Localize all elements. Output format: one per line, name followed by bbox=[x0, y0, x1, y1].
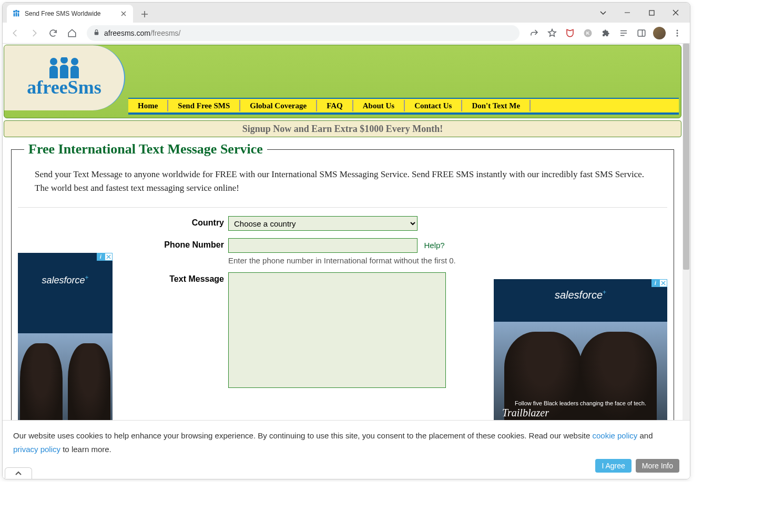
message-label: Text Message bbox=[139, 272, 228, 284]
logo-text: afreeSms bbox=[27, 76, 101, 98]
svg-rect-4 bbox=[95, 32, 99, 35]
browser-title-bar: Send Free SMS Worldwide bbox=[3, 3, 690, 23]
svg-rect-7 bbox=[638, 30, 645, 36]
ad-right-caption: Follow five Black leaders changing the f… bbox=[494, 400, 667, 406]
nav-contact-us[interactable]: Contact Us bbox=[405, 100, 462, 111]
privacy-policy-link[interactable]: privacy policy bbox=[13, 445, 60, 454]
profile-avatar[interactable] bbox=[651, 25, 668, 42]
svg-point-2 bbox=[17, 11, 19, 13]
ad-info-icon[interactable]: i bbox=[97, 253, 105, 261]
cookie-agree-button[interactable]: I Agree bbox=[595, 459, 631, 473]
tab-close-icon[interactable] bbox=[119, 9, 128, 18]
ad-right-brand: salesforce+ bbox=[494, 279, 667, 301]
ad-right[interactable]: i salesforce+ Follow five Black leaders … bbox=[494, 279, 667, 421]
nav-faq[interactable]: FAQ bbox=[317, 100, 353, 111]
main-nav: Home Send Free SMS Global Coverage FAQ A… bbox=[128, 98, 679, 115]
intro-text: Send your Text Message to anyone worldwi… bbox=[35, 168, 650, 195]
ad-right-image: Follow five Black leaders changing the f… bbox=[494, 322, 667, 421]
scrollbar-thumb[interactable] bbox=[683, 44, 689, 270]
ad-close-icon[interactable] bbox=[105, 253, 113, 261]
sms-form-fieldset: Free International Text Message Service … bbox=[11, 141, 674, 438]
new-tab-button[interactable] bbox=[137, 7, 152, 22]
ad-info-icon[interactable]: i bbox=[651, 279, 659, 287]
window-close-icon[interactable] bbox=[664, 5, 688, 21]
svg-point-12 bbox=[60, 57, 68, 64]
url-text: afreesms.com/freesms/ bbox=[104, 29, 181, 37]
svg-point-8 bbox=[677, 29, 678, 31]
svg-point-1 bbox=[15, 10, 17, 12]
cookie-text: Our website uses cookies to help enhance… bbox=[13, 429, 679, 456]
expand-tab-button[interactable] bbox=[5, 467, 32, 479]
window-minimize-icon[interactable] bbox=[615, 5, 639, 21]
promo-text: Signup Now and Earn Extra $1000 Every Mo… bbox=[242, 124, 443, 135]
browser-menu-icon[interactable] bbox=[669, 25, 686, 42]
site-logo[interactable]: afreeSms bbox=[4, 45, 125, 110]
ad-right-tagline: Trailblazer bbox=[502, 407, 549, 419]
tab-favicon-icon bbox=[12, 9, 21, 18]
phone-label: Phone Number bbox=[139, 238, 228, 250]
nav-send-free-sms[interactable]: Send Free SMS bbox=[168, 100, 240, 111]
nav-reload-icon[interactable] bbox=[45, 25, 62, 42]
nav-global-coverage[interactable]: Global Coverage bbox=[240, 100, 317, 111]
message-textarea[interactable] bbox=[228, 272, 446, 388]
extensions-puzzle-icon[interactable] bbox=[597, 25, 614, 42]
ad-left[interactable]: i salesforce+ bbox=[18, 253, 113, 432]
nav-home[interactable]: Home bbox=[128, 100, 168, 111]
cookie-more-info-button[interactable]: More Info bbox=[636, 459, 679, 473]
page-heading: Free International Text Message Service bbox=[24, 141, 267, 157]
extension-k-icon[interactable]: K bbox=[579, 25, 596, 42]
address-bar[interactable]: afreesms.com/freesms/ bbox=[87, 25, 520, 41]
svg-point-0 bbox=[13, 11, 15, 13]
vertical-scrollbar[interactable] bbox=[683, 44, 690, 479]
phone-input[interactable] bbox=[228, 238, 417, 253]
ad-close-icon[interactable] bbox=[659, 279, 667, 287]
nav-home-icon[interactable] bbox=[64, 25, 80, 42]
share-icon[interactable] bbox=[526, 25, 543, 42]
mcafee-icon[interactable] bbox=[562, 25, 578, 42]
site-header: afreeSms Home Send Free SMS Global Cover… bbox=[4, 45, 681, 118]
svg-rect-3 bbox=[649, 11, 654, 15]
window-maximize-icon[interactable] bbox=[639, 5, 664, 21]
side-panel-icon[interactable] bbox=[633, 25, 650, 42]
tab-title: Send Free SMS Worldwide bbox=[25, 10, 115, 17]
promo-banner[interactable]: Signup Now and Earn Extra $1000 Every Mo… bbox=[4, 120, 681, 137]
cookie-banner: Our website uses cookies to help enhance… bbox=[3, 420, 690, 479]
svg-text:K: K bbox=[586, 30, 590, 36]
svg-point-13 bbox=[71, 58, 78, 65]
svg-point-10 bbox=[677, 35, 678, 36]
nav-about-us[interactable]: About Us bbox=[353, 100, 405, 111]
browser-toolbar: afreesms.com/freesms/ K bbox=[3, 23, 690, 44]
ad-left-image bbox=[18, 333, 113, 432]
tabs-dropdown-icon[interactable] bbox=[591, 5, 615, 21]
lock-icon bbox=[93, 28, 100, 38]
nav-forward-icon[interactable] bbox=[26, 25, 43, 42]
svg-point-11 bbox=[50, 58, 57, 65]
phone-hint: Enter the phone number in International … bbox=[228, 256, 473, 265]
cookie-policy-link[interactable]: cookie policy bbox=[592, 431, 637, 440]
phone-help-link[interactable]: Help? bbox=[424, 241, 444, 250]
bookmark-star-icon[interactable] bbox=[544, 25, 561, 42]
country-select[interactable]: Choose a country bbox=[228, 216, 417, 231]
browser-tab[interactable]: Send Free SMS Worldwide bbox=[7, 5, 133, 23]
nav-dont-text-me[interactable]: Don't Text Me bbox=[462, 100, 531, 111]
country-label: Country bbox=[139, 216, 228, 228]
svg-point-9 bbox=[677, 32, 678, 34]
reading-list-icon[interactable] bbox=[615, 25, 632, 42]
nav-back-icon[interactable] bbox=[7, 25, 24, 42]
